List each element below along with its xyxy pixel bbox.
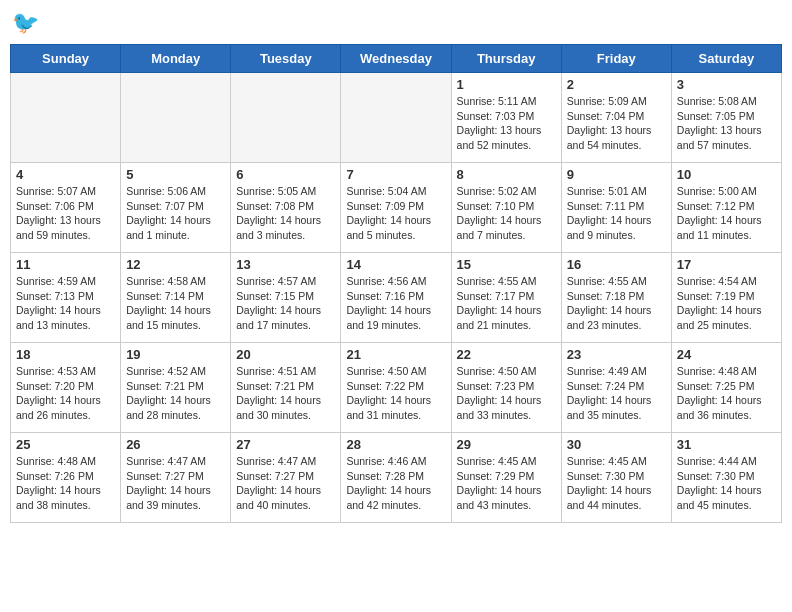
day-number: 17 xyxy=(677,257,776,272)
day-number: 30 xyxy=(567,437,666,452)
day-cell-1-2 xyxy=(121,73,231,163)
day-number: 26 xyxy=(126,437,225,452)
day-number: 25 xyxy=(16,437,115,452)
day-cell-2-2: 5Sunrise: 5:06 AM Sunset: 7:07 PM Daylig… xyxy=(121,163,231,253)
logo: 🐦 xyxy=(10,10,39,36)
day-cell-5-2: 26Sunrise: 4:47 AM Sunset: 7:27 PM Dayli… xyxy=(121,433,231,523)
day-number: 10 xyxy=(677,167,776,182)
day-cell-3-1: 11Sunrise: 4:59 AM Sunset: 7:13 PM Dayli… xyxy=(11,253,121,343)
day-cell-5-4: 28Sunrise: 4:46 AM Sunset: 7:28 PM Dayli… xyxy=(341,433,451,523)
day-cell-4-4: 21Sunrise: 4:50 AM Sunset: 7:22 PM Dayli… xyxy=(341,343,451,433)
day-cell-1-5: 1Sunrise: 5:11 AM Sunset: 7:03 PM Daylig… xyxy=(451,73,561,163)
day-info: Sunrise: 4:47 AM Sunset: 7:27 PM Dayligh… xyxy=(126,454,225,513)
day-info: Sunrise: 4:56 AM Sunset: 7:16 PM Dayligh… xyxy=(346,274,445,333)
day-cell-4-1: 18Sunrise: 4:53 AM Sunset: 7:20 PM Dayli… xyxy=(11,343,121,433)
day-cell-2-4: 7Sunrise: 5:04 AM Sunset: 7:09 PM Daylig… xyxy=(341,163,451,253)
day-cell-1-1 xyxy=(11,73,121,163)
day-info: Sunrise: 4:59 AM Sunset: 7:13 PM Dayligh… xyxy=(16,274,115,333)
day-info: Sunrise: 5:08 AM Sunset: 7:05 PM Dayligh… xyxy=(677,94,776,153)
day-cell-4-6: 23Sunrise: 4:49 AM Sunset: 7:24 PM Dayli… xyxy=(561,343,671,433)
week-row-2: 4Sunrise: 5:07 AM Sunset: 7:06 PM Daylig… xyxy=(11,163,782,253)
day-cell-3-3: 13Sunrise: 4:57 AM Sunset: 7:15 PM Dayli… xyxy=(231,253,341,343)
day-info: Sunrise: 4:51 AM Sunset: 7:21 PM Dayligh… xyxy=(236,364,335,423)
day-number: 7 xyxy=(346,167,445,182)
day-number: 27 xyxy=(236,437,335,452)
day-cell-2-3: 6Sunrise: 5:05 AM Sunset: 7:08 PM Daylig… xyxy=(231,163,341,253)
day-number: 16 xyxy=(567,257,666,272)
day-cell-1-7: 3Sunrise: 5:08 AM Sunset: 7:05 PM Daylig… xyxy=(671,73,781,163)
day-cell-1-6: 2Sunrise: 5:09 AM Sunset: 7:04 PM Daylig… xyxy=(561,73,671,163)
calendar-table: SundayMondayTuesdayWednesdayThursdayFrid… xyxy=(10,44,782,523)
day-info: Sunrise: 4:47 AM Sunset: 7:27 PM Dayligh… xyxy=(236,454,335,513)
day-info: Sunrise: 4:54 AM Sunset: 7:19 PM Dayligh… xyxy=(677,274,776,333)
day-info: Sunrise: 5:02 AM Sunset: 7:10 PM Dayligh… xyxy=(457,184,556,243)
day-number: 23 xyxy=(567,347,666,362)
day-cell-3-5: 15Sunrise: 4:55 AM Sunset: 7:17 PM Dayli… xyxy=(451,253,561,343)
weekday-header-row: SundayMondayTuesdayWednesdayThursdayFrid… xyxy=(11,45,782,73)
day-cell-4-2: 19Sunrise: 4:52 AM Sunset: 7:21 PM Dayli… xyxy=(121,343,231,433)
weekday-header-thursday: Thursday xyxy=(451,45,561,73)
day-cell-5-6: 30Sunrise: 4:45 AM Sunset: 7:30 PM Dayli… xyxy=(561,433,671,523)
logo-bird-icon: 🐦 xyxy=(12,10,39,35)
day-cell-3-7: 17Sunrise: 4:54 AM Sunset: 7:19 PM Dayli… xyxy=(671,253,781,343)
day-number: 3 xyxy=(677,77,776,92)
day-info: Sunrise: 4:53 AM Sunset: 7:20 PM Dayligh… xyxy=(16,364,115,423)
day-info: Sunrise: 5:09 AM Sunset: 7:04 PM Dayligh… xyxy=(567,94,666,153)
day-cell-5-3: 27Sunrise: 4:47 AM Sunset: 7:27 PM Dayli… xyxy=(231,433,341,523)
day-number: 15 xyxy=(457,257,556,272)
week-row-4: 18Sunrise: 4:53 AM Sunset: 7:20 PM Dayli… xyxy=(11,343,782,433)
day-info: Sunrise: 4:48 AM Sunset: 7:26 PM Dayligh… xyxy=(16,454,115,513)
weekday-header-wednesday: Wednesday xyxy=(341,45,451,73)
day-info: Sunrise: 4:58 AM Sunset: 7:14 PM Dayligh… xyxy=(126,274,225,333)
day-cell-5-7: 31Sunrise: 4:44 AM Sunset: 7:30 PM Dayli… xyxy=(671,433,781,523)
week-row-5: 25Sunrise: 4:48 AM Sunset: 7:26 PM Dayli… xyxy=(11,433,782,523)
day-cell-3-6: 16Sunrise: 4:55 AM Sunset: 7:18 PM Dayli… xyxy=(561,253,671,343)
day-number: 12 xyxy=(126,257,225,272)
day-number: 11 xyxy=(16,257,115,272)
day-number: 5 xyxy=(126,167,225,182)
day-info: Sunrise: 4:55 AM Sunset: 7:17 PM Dayligh… xyxy=(457,274,556,333)
day-number: 2 xyxy=(567,77,666,92)
day-info: Sunrise: 4:52 AM Sunset: 7:21 PM Dayligh… xyxy=(126,364,225,423)
day-number: 18 xyxy=(16,347,115,362)
day-info: Sunrise: 4:44 AM Sunset: 7:30 PM Dayligh… xyxy=(677,454,776,513)
weekday-header-monday: Monday xyxy=(121,45,231,73)
day-number: 24 xyxy=(677,347,776,362)
day-cell-4-5: 22Sunrise: 4:50 AM Sunset: 7:23 PM Dayli… xyxy=(451,343,561,433)
day-cell-3-2: 12Sunrise: 4:58 AM Sunset: 7:14 PM Dayli… xyxy=(121,253,231,343)
day-info: Sunrise: 5:05 AM Sunset: 7:08 PM Dayligh… xyxy=(236,184,335,243)
day-info: Sunrise: 5:04 AM Sunset: 7:09 PM Dayligh… xyxy=(346,184,445,243)
day-info: Sunrise: 5:06 AM Sunset: 7:07 PM Dayligh… xyxy=(126,184,225,243)
day-info: Sunrise: 4:50 AM Sunset: 7:22 PM Dayligh… xyxy=(346,364,445,423)
day-cell-1-3 xyxy=(231,73,341,163)
day-cell-5-5: 29Sunrise: 4:45 AM Sunset: 7:29 PM Dayli… xyxy=(451,433,561,523)
weekday-header-saturday: Saturday xyxy=(671,45,781,73)
day-number: 21 xyxy=(346,347,445,362)
day-cell-5-1: 25Sunrise: 4:48 AM Sunset: 7:26 PM Dayli… xyxy=(11,433,121,523)
day-cell-3-4: 14Sunrise: 4:56 AM Sunset: 7:16 PM Dayli… xyxy=(341,253,451,343)
day-cell-4-3: 20Sunrise: 4:51 AM Sunset: 7:21 PM Dayli… xyxy=(231,343,341,433)
day-info: Sunrise: 4:50 AM Sunset: 7:23 PM Dayligh… xyxy=(457,364,556,423)
day-info: Sunrise: 5:07 AM Sunset: 7:06 PM Dayligh… xyxy=(16,184,115,243)
day-info: Sunrise: 5:11 AM Sunset: 7:03 PM Dayligh… xyxy=(457,94,556,153)
day-info: Sunrise: 4:49 AM Sunset: 7:24 PM Dayligh… xyxy=(567,364,666,423)
day-info: Sunrise: 4:55 AM Sunset: 7:18 PM Dayligh… xyxy=(567,274,666,333)
day-number: 28 xyxy=(346,437,445,452)
day-number: 14 xyxy=(346,257,445,272)
day-number: 29 xyxy=(457,437,556,452)
day-number: 22 xyxy=(457,347,556,362)
weekday-header-sunday: Sunday xyxy=(11,45,121,73)
day-info: Sunrise: 4:46 AM Sunset: 7:28 PM Dayligh… xyxy=(346,454,445,513)
day-cell-2-1: 4Sunrise: 5:07 AM Sunset: 7:06 PM Daylig… xyxy=(11,163,121,253)
day-cell-1-4 xyxy=(341,73,451,163)
day-info: Sunrise: 5:01 AM Sunset: 7:11 PM Dayligh… xyxy=(567,184,666,243)
day-number: 31 xyxy=(677,437,776,452)
day-cell-4-7: 24Sunrise: 4:48 AM Sunset: 7:25 PM Dayli… xyxy=(671,343,781,433)
day-cell-2-5: 8Sunrise: 5:02 AM Sunset: 7:10 PM Daylig… xyxy=(451,163,561,253)
day-number: 6 xyxy=(236,167,335,182)
week-row-3: 11Sunrise: 4:59 AM Sunset: 7:13 PM Dayli… xyxy=(11,253,782,343)
day-info: Sunrise: 4:48 AM Sunset: 7:25 PM Dayligh… xyxy=(677,364,776,423)
day-number: 20 xyxy=(236,347,335,362)
day-cell-2-7: 10Sunrise: 5:00 AM Sunset: 7:12 PM Dayli… xyxy=(671,163,781,253)
day-info: Sunrise: 4:45 AM Sunset: 7:30 PM Dayligh… xyxy=(567,454,666,513)
